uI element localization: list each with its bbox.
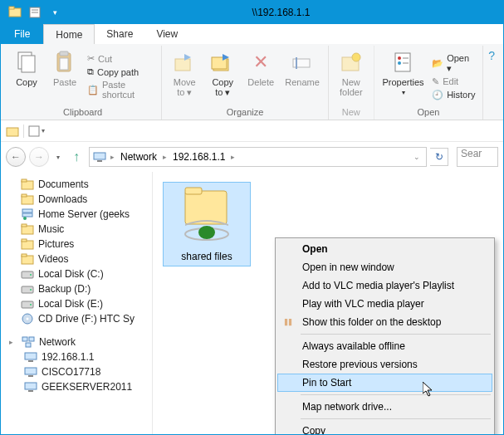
- svg-rect-53: [28, 375, 33, 377]
- ribbon: Copy Paste ✂Cut ⧉Copy path 📋Paste shortc…: [1, 44, 503, 120]
- breadcrumb-host[interactable]: 192.168.1.1: [171, 151, 227, 163]
- properties-button[interactable]: Properties▾: [379, 47, 427, 105]
- properties-small-icon[interactable]: [28, 125, 40, 137]
- folder-icon[interactable]: [6, 125, 19, 137]
- tree-item[interactable]: Documents: [1, 177, 152, 192]
- svg-point-42: [30, 289, 32, 291]
- svg-rect-36: [22, 239, 27, 242]
- tree-item[interactable]: Downloads: [1, 192, 152, 207]
- svg-rect-50: [25, 353, 37, 359]
- refresh-icon: ↻: [435, 151, 443, 163]
- menu-item[interactable]: Pin to Start: [277, 374, 492, 392]
- svg-point-32: [23, 217, 27, 220]
- network-icon: [22, 335, 35, 349]
- svg-rect-57: [185, 188, 202, 194]
- menu-item[interactable]: Copy: [277, 422, 492, 435]
- breadcrumb[interactable]: ▸ Network ▸ 192.168.1.1 ▸ ⌄: [89, 147, 427, 167]
- folder-open-icon: 📂: [432, 58, 443, 69]
- fences-icon: ⦀⦀: [281, 315, 296, 329]
- tab-home[interactable]: Home: [43, 24, 95, 44]
- svg-rect-38: [22, 254, 27, 257]
- open-button[interactable]: 📂Open ▾: [430, 52, 477, 75]
- tree-item[interactable]: GEEKSERVER2011: [1, 379, 152, 394]
- svg-rect-24: [94, 153, 105, 159]
- copy-button[interactable]: Copy: [9, 47, 44, 105]
- menu-item[interactable]: Map network drive...: [277, 398, 492, 416]
- copy-to-button[interactable]: Copy to ▾: [205, 47, 240, 105]
- tab-view[interactable]: View: [144, 24, 189, 44]
- edit-button[interactable]: ✎Edit: [430, 76, 477, 88]
- group-open: Properties▾ 📂Open ▾ ✎Edit 🕘History Open: [374, 46, 483, 120]
- forward-button[interactable]: →: [29, 147, 49, 167]
- back-button[interactable]: ←: [6, 147, 26, 167]
- tree-item[interactable]: Backup (D:): [1, 281, 152, 296]
- tree-network[interactable]: ▸ Network: [1, 335, 152, 349]
- svg-rect-52: [25, 368, 37, 374]
- tree-item[interactable]: 192.168.1.1: [1, 349, 152, 364]
- paste-button[interactable]: Paste: [47, 47, 82, 105]
- tree-item[interactable]: CISCO17718: [1, 364, 152, 379]
- tree-item[interactable]: Home Server (geeks: [1, 207, 152, 222]
- svg-rect-6: [22, 56, 35, 72]
- tree-item[interactable]: Pictures: [1, 237, 152, 252]
- menu-item[interactable]: Open: [277, 240, 492, 258]
- history-button[interactable]: 🕘History: [430, 89, 477, 101]
- cut-icon: ✂: [87, 53, 95, 64]
- svg-rect-34: [22, 224, 27, 227]
- tab-file[interactable]: File: [1, 24, 43, 44]
- menu-item[interactable]: Always available offline: [277, 337, 492, 355]
- rename-icon: [289, 49, 316, 76]
- tree-item[interactable]: Local Disk (E:): [1, 296, 152, 311]
- app-icon[interactable]: [6, 4, 24, 21]
- refresh-button[interactable]: ↻: [430, 148, 448, 166]
- svg-point-40: [30, 274, 32, 276]
- paste-shortcut-icon: 📋: [87, 85, 99, 95]
- help-button[interactable]: ?: [483, 46, 500, 120]
- svg-rect-22: [7, 128, 18, 136]
- menu-item[interactable]: Restore previous versions: [277, 355, 492, 374]
- copy-path-icon: ⧉: [87, 66, 94, 77]
- move-to-button[interactable]: Move to ▾: [167, 47, 202, 105]
- svg-rect-9: [60, 58, 68, 70]
- arrow-right-icon: →: [34, 151, 44, 163]
- new-folder-button[interactable]: New folder: [334, 47, 369, 105]
- copy-icon: [13, 49, 40, 76]
- svg-point-20: [398, 61, 401, 65]
- tree-item[interactable]: CD Drive (F:) HTC Sy: [1, 311, 152, 326]
- svg-point-18: [398, 56, 401, 60]
- context-menu: OpenOpen in new windowAdd to VLC media p…: [275, 237, 495, 435]
- up-button[interactable]: ↑: [67, 148, 86, 166]
- menu-item[interactable]: Add to VLC media player's Playlist: [277, 276, 492, 295]
- titlebar: ▾ \\192.168.1.1: [1, 1, 503, 24]
- computer-icon: [24, 350, 37, 364]
- ribbon-tabs: File Home Share View: [1, 24, 503, 44]
- menu-item[interactable]: ⦀⦀Show this folder on the desktop: [277, 313, 492, 331]
- tree-item[interactable]: Videos: [1, 252, 152, 266]
- copy-path-button[interactable]: ⧉Copy path: [86, 66, 156, 78]
- folder-icon: [21, 237, 34, 251]
- qat-dropdown-icon[interactable]: ▾: [46, 4, 64, 21]
- paste-shortcut-button[interactable]: 📋Paste shortcut: [86, 79, 156, 100]
- tree-item[interactable]: Music: [1, 222, 152, 237]
- breadcrumb-network[interactable]: Network: [119, 151, 159, 163]
- file-item-shared-files[interactable]: shared files: [163, 182, 251, 266]
- svg-rect-8: [60, 51, 68, 56]
- folder-icon: [21, 193, 34, 206]
- menu-item[interactable]: Play with VLC media player: [277, 295, 492, 313]
- cut-button[interactable]: ✂Cut: [86, 52, 156, 65]
- menu-item[interactable]: Open in new window: [277, 258, 492, 276]
- properties-icon: [390, 49, 417, 76]
- chevron-down-icon[interactable]: ⌄: [411, 153, 423, 161]
- arrow-up-icon: ↑: [73, 149, 80, 164]
- delete-button[interactable]: ✕Delete: [243, 47, 278, 105]
- svg-rect-54: [25, 383, 37, 389]
- svg-rect-27: [22, 179, 27, 182]
- svg-rect-48: [29, 337, 34, 341]
- qat-properties-icon[interactable]: [26, 4, 44, 21]
- tab-share[interactable]: Share: [95, 24, 144, 44]
- chevron-right-icon[interactable]: ▸: [9, 338, 17, 346]
- tree-item[interactable]: Local Disk (C:): [1, 266, 152, 281]
- rename-button[interactable]: Rename: [281, 47, 323, 105]
- search-input[interactable]: Sear: [457, 147, 498, 167]
- history-dropdown[interactable]: ▾: [52, 147, 64, 167]
